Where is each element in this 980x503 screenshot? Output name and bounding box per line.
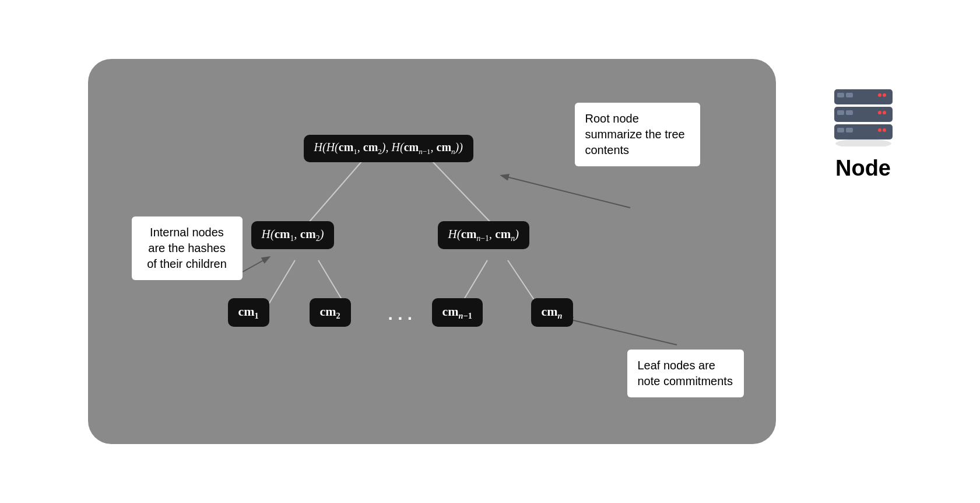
node-label: Node: [835, 156, 891, 181]
leaf-node-cm3: cmn−1: [432, 298, 483, 327]
svg-line-1: [432, 161, 496, 228]
svg-rect-21: [837, 93, 844, 97]
svg-point-23: [878, 93, 881, 97]
svg-rect-17: [846, 110, 853, 115]
svg-point-13: [878, 128, 881, 132]
svg-line-7: [502, 176, 630, 208]
right-internal-node: H(cmn−1, cmn): [438, 221, 530, 249]
leaf-node-cm2: cm2: [310, 298, 351, 327]
dots-separator: . . .: [388, 304, 413, 324]
annotation-internal: Internal nodes are the hashes of their c…: [132, 216, 243, 280]
page-container: H(H(cm1, cm2), H(cmn−1, cmn)) H(cm1, cm2…: [53, 24, 928, 479]
annotation-root: Root node summarize the tree contents: [575, 103, 700, 166]
svg-line-5: [508, 260, 537, 304]
svg-rect-12: [846, 128, 853, 132]
svg-point-14: [883, 128, 886, 132]
svg-rect-16: [837, 110, 844, 115]
svg-line-6: [243, 257, 269, 272]
server-icon: [828, 82, 898, 146]
svg-rect-11: [837, 128, 844, 132]
svg-line-4: [461, 260, 487, 304]
svg-line-2: [269, 260, 295, 304]
svg-point-24: [883, 93, 886, 97]
main-diagram-box: H(H(cm1, cm2), H(cmn−1, cmn)) H(cm1, cm2…: [88, 59, 776, 444]
svg-line-8: [566, 319, 677, 345]
svg-line-3: [318, 260, 345, 304]
left-internal-node: H(cm1, cm2): [251, 221, 335, 249]
leaf-node-cm4: cmn: [531, 298, 573, 327]
svg-line-0: [304, 161, 362, 228]
svg-rect-22: [846, 93, 853, 97]
root-node: H(H(cm1, cm2), H(cmn−1, cmn)): [304, 135, 473, 162]
node-icon-area: Node: [805, 82, 922, 181]
svg-point-9: [835, 139, 891, 146]
leaf-node-cm1: cm1: [228, 298, 269, 327]
annotation-leaf: Leaf nodes are note commitments: [627, 350, 744, 397]
svg-point-19: [883, 111, 886, 114]
svg-point-18: [878, 111, 881, 114]
